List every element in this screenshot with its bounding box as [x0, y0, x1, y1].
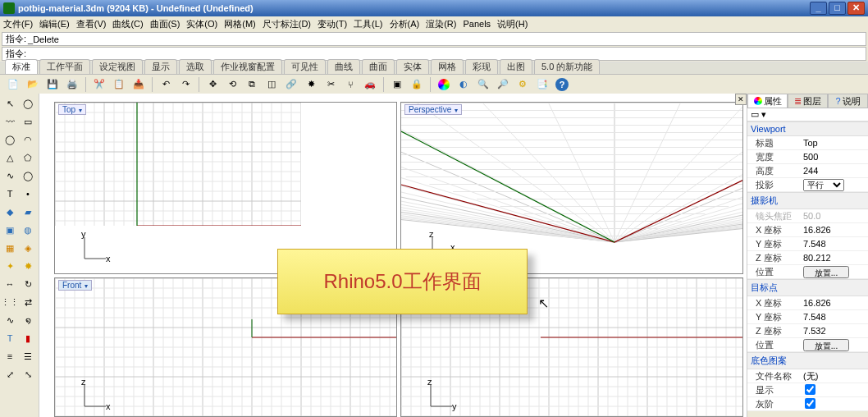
arc-icon[interactable]: ◠ [20, 131, 36, 148]
viewport-close-button[interactable]: ✕ [735, 94, 747, 105]
help-icon[interactable]: ? [554, 76, 570, 93]
mirror-icon[interactable]: ⇄ [20, 294, 36, 310]
print-icon[interactable]: 🖨️ [64, 76, 80, 93]
tab-cplane[interactable]: 工作平面 [39, 59, 90, 74]
trim-icon[interactable]: ✂ [322, 76, 339, 93]
explode-icon[interactable]: ✸ [303, 76, 319, 93]
menu-view[interactable]: 查看(V) [76, 18, 107, 30]
polygon-icon[interactable]: ⬠ [20, 149, 36, 166]
open-icon[interactable]: 📂 [25, 76, 41, 93]
tab-viewport-layout[interactable]: 作业视窗配置 [213, 59, 282, 74]
star-icon[interactable]: ✦ [2, 258, 18, 274]
copy-icon[interactable]: 📋 [111, 76, 127, 93]
car-icon[interactable]: 🚗 [362, 76, 378, 93]
lasso-icon[interactable]: ◯ [20, 95, 36, 112]
dim-icon[interactable]: T [2, 330, 18, 346]
ellipse-icon[interactable]: ◯ [20, 167, 36, 184]
spark-icon[interactable]: ✸ [20, 258, 36, 274]
rectangle-icon[interactable]: ▭ [20, 113, 36, 130]
pointer-icon[interactable]: ↖ [2, 95, 18, 112]
zoom-extents-icon[interactable]: 🔍 [475, 76, 491, 93]
panel-tab-properties[interactable]: 属性 [747, 94, 788, 108]
group-icon[interactable]: ▣ [389, 76, 405, 93]
menu-panels[interactable]: Panels [463, 19, 491, 29]
undo-icon[interactable]: ↶ [158, 76, 174, 93]
wallpaper-gray-checkbox[interactable] [805, 398, 815, 409]
copyobj-icon[interactable]: ⧉ [244, 76, 260, 93]
paste-icon[interactable]: 📥 [130, 76, 147, 93]
transform-icon[interactable]: ↔ [2, 276, 18, 292]
save-icon[interactable]: 💾 [44, 76, 61, 93]
shade-icon[interactable]: ◐ [455, 76, 472, 93]
prop-width[interactable]: 500 [802, 152, 868, 162]
tab-render[interactable]: 彩现 [465, 59, 498, 74]
tab-visibility[interactable]: 可见性 [284, 59, 326, 74]
menu-tools[interactable]: 工具(L) [354, 18, 382, 30]
zoom-selected-icon[interactable]: 🔎 [495, 76, 511, 93]
mesh-icon[interactable]: ▦ [2, 240, 18, 256]
tgt-y[interactable]: 7.548 [802, 312, 868, 322]
spiral-icon[interactable]: ໑ [20, 312, 36, 328]
prop-title[interactable]: Top [802, 138, 868, 148]
scale-icon[interactable]: ⤡ [20, 366, 36, 383]
align-icon[interactable]: ≡ [2, 348, 18, 364]
extrude-icon[interactable]: ◫ [263, 76, 280, 93]
panel-tab-help[interactable]: ?说明 [828, 94, 868, 108]
menu-analyze[interactable]: 分析(A) [390, 18, 420, 30]
viewport-perspective-label[interactable]: Perspective [404, 104, 462, 115]
panel-tab-layers[interactable]: ≣图层 [788, 94, 828, 108]
panel-dropdown-icon[interactable]: ▭ ▾ [751, 109, 766, 120]
maximize-button[interactable]: □ [829, 2, 846, 15]
menu-edit[interactable]: 编辑(E) [39, 18, 70, 30]
distribute-icon[interactable]: ☰ [20, 348, 36, 364]
cylinder-icon[interactable]: ◍ [20, 222, 36, 238]
menu-curve[interactable]: 曲线(C) [112, 18, 143, 30]
move-icon[interactable]: ✥ [204, 76, 221, 93]
bend-icon[interactable]: ⤢ [2, 366, 18, 383]
box-icon[interactable]: ▣ [2, 222, 18, 238]
rotate-icon[interactable]: ⟲ [224, 76, 240, 93]
cam-place-button[interactable]: 放置... [803, 266, 849, 278]
cam-x[interactable]: 16.826 [802, 225, 868, 235]
twist-icon[interactable]: ↻ [20, 276, 36, 292]
tab-standard[interactable]: 标准 [5, 59, 38, 74]
surface-icon[interactable]: ◆ [2, 204, 18, 220]
viewport-front-label[interactable]: Front [58, 280, 92, 291]
curve-icon[interactable]: ∿ [2, 167, 18, 184]
menu-file[interactable]: 文件(F) [3, 18, 33, 30]
menu-help[interactable]: 说明(H) [497, 18, 528, 30]
tgt-place-button[interactable]: 放置... [803, 339, 849, 351]
polyline-icon[interactable]: 〰 [2, 113, 18, 130]
triangle-icon[interactable]: △ [2, 149, 18, 166]
lock-icon[interactable]: 🔒 [409, 76, 425, 93]
point-icon[interactable]: • [20, 186, 36, 202]
tab-surface[interactable]: 曲面 [362, 59, 395, 74]
properties-icon[interactable]: 📑 [534, 76, 550, 93]
menu-render[interactable]: 渲染(R) [426, 18, 456, 30]
tgt-z[interactable]: 7.532 [802, 326, 868, 336]
redo-icon[interactable]: ↷ [177, 76, 194, 93]
tab-display[interactable]: 显示 [144, 59, 177, 74]
menu-transform[interactable]: 变动(T) [318, 18, 347, 30]
minimize-button[interactable]: _ [810, 2, 827, 15]
join-icon[interactable]: 🔗 [283, 76, 299, 93]
tab-new-v5[interactable]: 5.0 的新功能 [534, 59, 600, 74]
tab-solid[interactable]: 实体 [396, 59, 429, 74]
prop-height[interactable]: 244 [802, 166, 868, 176]
annot-icon[interactable]: ▮ [20, 330, 36, 346]
prop-projection[interactable]: 平行 [802, 179, 868, 191]
cut-icon[interactable]: ✂️ [91, 76, 107, 93]
viewport-top-label[interactable]: Top [58, 104, 86, 115]
extract-icon[interactable]: ◈ [20, 240, 36, 256]
command-input[interactable] [28, 48, 862, 60]
new-icon[interactable]: 📄 [5, 76, 21, 93]
tgt-x[interactable]: 16.826 [802, 298, 868, 308]
wallpaper-show-checkbox[interactable] [805, 384, 815, 395]
wallpaper-file[interactable]: (无) [802, 370, 868, 383]
tab-select[interactable]: 选取 [179, 59, 212, 74]
circle-icon[interactable]: ◯ [2, 131, 18, 148]
options-icon[interactable]: ⚙ [514, 76, 531, 93]
path-icon[interactable]: ∿ [2, 312, 18, 328]
tab-mesh[interactable]: 网格 [431, 59, 464, 74]
tab-drafting[interactable]: 出图 [500, 59, 532, 74]
